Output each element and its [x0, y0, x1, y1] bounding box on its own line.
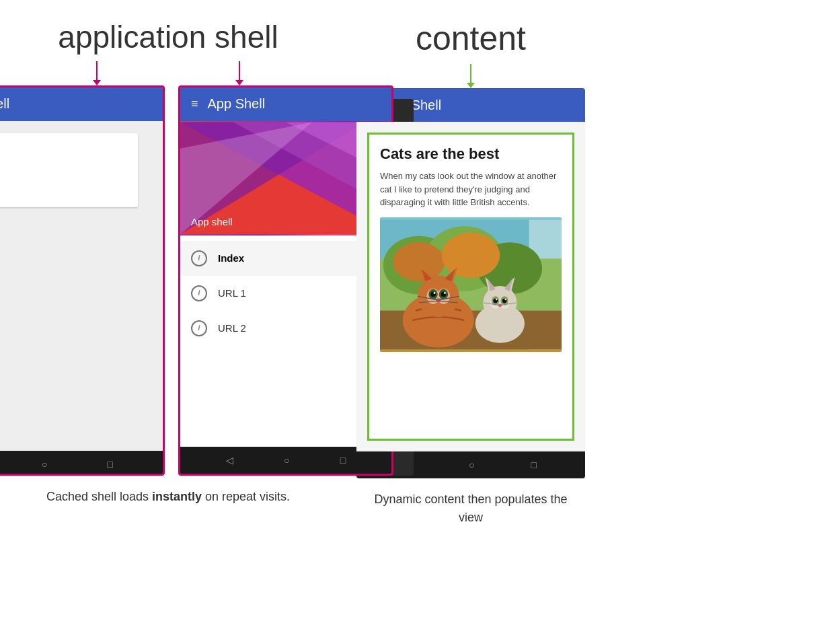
left-caption: Cached shell loads instantly on repeat v… [46, 488, 290, 506]
svg-point-12 [393, 242, 445, 281]
item-icon-url1: i [191, 285, 207, 301]
phone1-title: App Shell [0, 96, 9, 112]
phone1-navbar: ◁ ○ □ [0, 451, 163, 476]
phone1-card [0, 133, 138, 207]
phone1-header: ≡ App Shell [0, 87, 163, 121]
item-label-index: Index [218, 252, 244, 264]
home-icon-1: ○ [42, 459, 47, 470]
left-section: application shell ≡ App Shell [27, 20, 309, 506]
svg-point-27 [434, 292, 436, 294]
content-title: Cats are the best [380, 145, 562, 163]
phone2-header: ≡ App Shell [180, 87, 391, 121]
arrow-left [93, 61, 101, 85]
back-icon-2: ◁ [226, 455, 233, 466]
item-label-url1: URL 1 [218, 287, 246, 299]
phone1-frame: ≡ App Shell ◁ ○ □ [0, 85, 165, 476]
content-text: When my cats look out the window at anot… [380, 170, 562, 209]
svg-point-28 [444, 292, 446, 294]
svg-point-46 [496, 299, 497, 300]
cat-image [380, 217, 562, 352]
home-icon-3: ○ [469, 460, 474, 470]
arrow-line-left [96, 61, 98, 80]
phone1-body [0, 121, 163, 451]
right-caption: Dynamic content then populates the view [363, 490, 578, 527]
recent-icon-1: □ [107, 459, 112, 470]
svg-point-47 [504, 299, 506, 300]
svg-point-13 [442, 233, 500, 279]
content-arrow-head [467, 83, 475, 88]
content-box: Cats are the best When my cats look out … [367, 133, 574, 441]
item-icon-url2: i [191, 320, 207, 336]
item-label-url2: URL 2 [218, 322, 246, 334]
arrows-row [93, 61, 243, 85]
arrow-right [235, 61, 243, 85]
main-container: application shell ≡ App Shell [0, 0, 840, 621]
application-shell-label: application shell [58, 20, 278, 54]
item-icon-index: i [191, 250, 207, 266]
content-arrow-line [470, 64, 471, 83]
phones-row: ≡ App Shell ◁ ○ □ [0, 85, 414, 476]
phone3-frame: ≡ App Shell Cats are the best When my ca… [356, 88, 585, 478]
phone3-body: Cats are the best When my cats look out … [356, 122, 585, 451]
phone2-title: App Shell [208, 96, 266, 112]
home-icon-2: ○ [284, 455, 289, 466]
menu-icon-2: ≡ [191, 97, 198, 111]
instantly-text: instantly [152, 490, 202, 503]
cat-scene-svg [380, 217, 562, 352]
arrow-head-left [93, 80, 101, 85]
arrow-line-right [239, 61, 240, 80]
content-arrow [467, 64, 475, 88]
drawer-image-label: App shell [191, 216, 233, 227]
recent-icon-3: □ [531, 460, 537, 470]
recent-icon-2: □ [340, 455, 346, 466]
content-label: content [416, 20, 526, 57]
arrow-head-right [235, 80, 243, 85]
